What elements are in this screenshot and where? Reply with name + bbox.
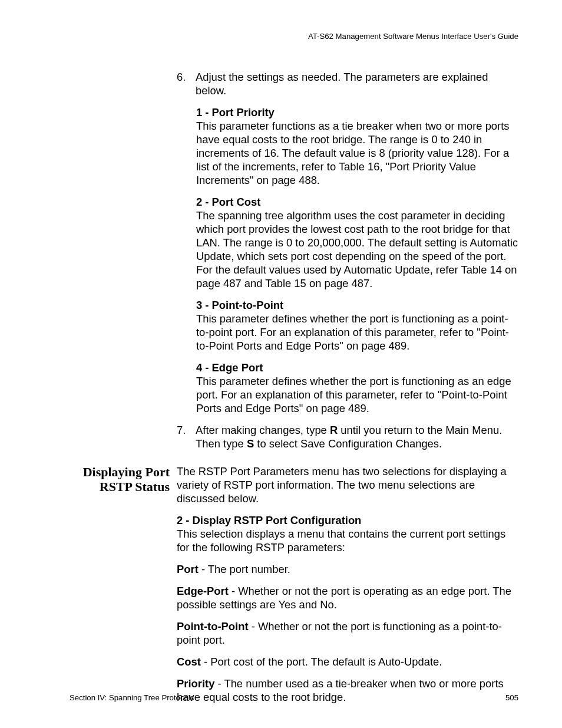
param-port-cost: 2 - Port Cost The spanning tree algorith…: [196, 195, 518, 290]
param-title: 4 - Edge Port: [196, 361, 518, 374]
step-6-number: 6.: [177, 70, 189, 97]
step-7-number: 7.: [177, 423, 189, 450]
section-intro: The RSTP Port Parameters menu has two se…: [177, 465, 518, 505]
text: to select Save Configuration Changes.: [254, 437, 442, 450]
subsection-title: 2 - Display RSTP Port Configuration: [177, 513, 518, 527]
param-body: This parameter defines whether the port …: [196, 312, 518, 353]
param-edge-port: 4 - Edge Port This parameter defines whe…: [196, 361, 518, 415]
step-6-text: Adjust the settings as needed. The param…: [196, 70, 518, 97]
footer-page-number: 505: [505, 693, 518, 703]
param-port-priority: 1 - Port Priority This parameter functio…: [196, 106, 518, 187]
heading-line: RSTP Status: [100, 479, 170, 494]
page: AT-S62 Management Software Menus Interfa…: [70, 32, 518, 712]
step-7: 7. After making changes, type R until yo…: [177, 423, 518, 450]
step-7-text: After making changes, type R until you r…: [196, 423, 518, 450]
footer-section: Section IV: Spanning Tree Protocols: [70, 693, 194, 703]
section-heading: Displaying Port RSTP Status: [70, 465, 177, 495]
param-title: 3 - Point-to-Point: [196, 298, 518, 312]
term: Port: [177, 563, 199, 575]
key-r: R: [330, 424, 338, 436]
def-port: Port - The port number.: [177, 562, 518, 576]
term: Point-to-Point: [177, 620, 249, 633]
param-point-to-point: 3 - Point-to-Point This parameter define…: [196, 298, 518, 353]
section-body: The RSTP Port Parameters menu has two se…: [177, 465, 518, 712]
page-footer: Section IV: Spanning Tree Protocols 505: [70, 693, 518, 703]
param-body: This parameter functions as a tie breake…: [196, 119, 518, 187]
text: After making changes, type: [196, 424, 330, 436]
subsection-body: This selection displays a menu that cont…: [177, 527, 518, 554]
section-displaying-port-rstp-status: Displaying Port RSTP Status The RSTP Por…: [70, 465, 518, 712]
term: Priority: [177, 677, 214, 690]
def-cost: Cost - Port cost of the port. The defaul…: [177, 655, 518, 668]
param-body: The spanning tree algorithm uses the cos…: [196, 209, 518, 290]
heading-line: Displaying Port: [83, 465, 170, 479]
param-title: 1 - Port Priority: [196, 106, 518, 119]
key-s: S: [247, 437, 254, 450]
param-title: 2 - Port Cost: [196, 195, 518, 209]
def-edge-port: Edge-Port - Whether or not the port is o…: [177, 584, 518, 611]
step-6: 6. Adjust the settings as needed. The pa…: [177, 70, 518, 97]
def-point-to-point: Point-to-Point - Whether or not the port…: [177, 620, 518, 647]
term: Edge-Port: [177, 585, 229, 597]
definition: - Port cost of the port. The default is …: [201, 655, 442, 668]
term: Cost: [177, 655, 201, 668]
subsection-display-rstp-port-config: 2 - Display RSTP Port Configuration This…: [177, 513, 518, 554]
param-body: This parameter defines whether the port …: [196, 374, 518, 415]
running-head: AT-S62 Management Software Menus Interfa…: [70, 32, 518, 42]
definition: - The port number.: [199, 563, 290, 575]
